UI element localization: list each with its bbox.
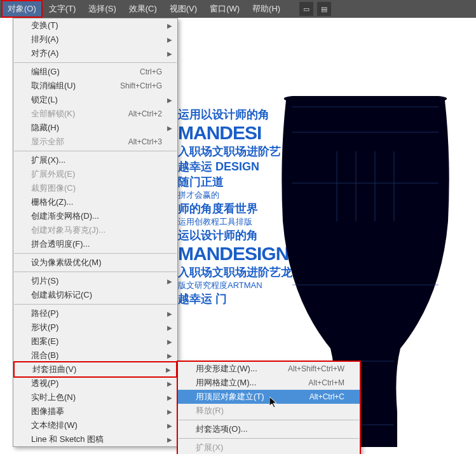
menu-item-label: 文本绕排(W) [31,420,162,431]
menu-item[interactable]: 取消编组(U)Shift+Ctrl+G [13,79,177,93]
object-menu: 变换(T)▶排列(A)▶对齐(A)▶编组(G)Ctrl+G取消编组(U)Shif… [13,18,178,447]
menu-item[interactable]: 路径(P)▶ [13,306,177,320]
menu-item[interactable]: 拼合透明度(F)... [13,237,177,251]
menu-item: 全部解锁(K)Alt+Ctrl+2 [13,107,177,121]
menu-item[interactable]: 创建裁切标记(C) [13,288,177,302]
menu-item-label: 图案(E) [31,336,162,347]
menu-item-label: 实时上色(N) [31,392,162,403]
menu-item[interactable]: 编组(G)Ctrl+G [13,65,177,79]
menu-item[interactable]: 锁定(L)▶ [13,93,177,107]
menu-item-label: 透视(P) [31,378,162,389]
menu-item[interactable]: 排列(A)▶ [13,32,177,46]
menu-item-label: 形状(P) [31,322,162,333]
menu-item-label: 隐藏(H) [31,122,162,134]
menu-object[interactable]: 对象(O) [1,0,43,18]
menu-item[interactable]: 透视(P)▶ [13,376,177,390]
menu-item-label: 显示全部 [31,136,128,148]
submenu-item: 释放(R) [178,404,360,418]
menubar: 对象(O) 文字(T) 选择(S) 效果(C) 视图(V) 窗口(W) 帮助(H… [0,0,476,18]
menu-help[interactable]: 帮助(H) [246,0,287,18]
menu-item-label: 设为像素级优化(M) [31,257,162,268]
submenu-item[interactable]: 封套选项(O)... [178,422,360,436]
chevron-right-icon: ▶ [167,408,172,415]
submenu-item[interactable]: 用顶层对象建立(T)Alt+Ctrl+C [178,390,360,404]
menu-item: 扩展外观(E) [13,167,177,181]
menu-item-label: 封套扭曲(V) [32,364,161,375]
chevron-right-icon: ▶ [167,394,172,401]
menu-item-label: 对齐(A) [31,48,162,59]
menu-item-label: 封套选项(O)... [196,423,344,435]
menu-item-label: 创建渐变网格(D)... [31,210,162,222]
chevron-right-icon: ▶ [167,97,172,104]
menu-item-label: 创建裁切标记(C) [31,289,162,301]
menu-shortcut: Alt+Ctrl+2 [128,109,162,118]
menu-item-label: 用网格建立(M)... [196,377,308,389]
menu-shortcut: Alt+Ctrl+M [308,378,344,387]
menu-item-label: 拼合透明度(F)... [31,238,162,250]
menu-item[interactable]: 混合(B)▶ [13,348,177,362]
menu-shortcut: Ctrl+G [140,67,162,76]
menu-item[interactable]: 切片(S)▶ [13,274,177,288]
chevron-right-icon: ▶ [167,50,172,57]
menu-select[interactable]: 选择(S) [82,0,122,18]
menu-item-label: 混合(B) [31,350,162,361]
chevron-right-icon: ▶ [166,366,171,373]
menu-view[interactable]: 视图(V) [163,0,203,18]
menu-item-label: 裁剪图像(C) [31,182,162,194]
chevron-right-icon: ▶ [167,352,172,359]
menu-item-label: 栅格化(Z)... [31,196,162,208]
menu-item[interactable]: 变换(T)▶ [13,18,177,32]
menu-item-label: 编组(G) [31,66,140,78]
menu-item-label: 创建对象马赛克(J)... [31,224,162,236]
menu-type[interactable]: 文字(T) [43,0,83,18]
menu-item-label: 用变形建立(W)... [196,363,288,375]
menu-item[interactable]: 形状(P)▶ [13,320,177,334]
menu-item-label: Line 和 Sketch 图稿 [31,434,162,445]
menu-item: 创建对象马赛克(J)... [13,223,177,237]
menu-item-label: 扩展(X) [196,442,344,453]
menu-effect[interactable]: 效果(C) [123,0,163,18]
menu-window[interactable]: 窗口(W) [203,0,246,18]
menu-shortcut: Alt+Shift+Ctrl+W [288,364,344,373]
menu-shortcut: Alt+Ctrl+C [309,392,344,401]
chevron-right-icon: ▶ [167,436,172,443]
menu-shortcut: Alt+Ctrl+3 [128,137,162,146]
menu-item-label: 排列(A) [31,34,162,45]
menu-item: 显示全部Alt+Ctrl+3 [13,135,177,149]
menu-item[interactable]: 创建渐变网格(D)... [13,209,177,223]
menu-item[interactable]: 扩展(X)... [13,153,177,167]
menu-item-label: 路径(P) [31,308,162,319]
chevron-right-icon: ▶ [167,324,172,331]
menu-item[interactable]: Line 和 Sketch 图稿▶ [13,432,177,446]
tool-icon[interactable]: ▤ [317,2,331,16]
envelope-distort-submenu: 用变形建立(W)...Alt+Shift+Ctrl+W用网格建立(M)...Al… [177,361,361,454]
chevron-right-icon: ▶ [167,310,172,317]
menu-item-label: 释放(R) [196,405,344,416]
menu-item[interactable]: 图案(E)▶ [13,334,177,348]
menu-item[interactable]: 实时上色(N)▶ [13,390,177,404]
chevron-right-icon: ▶ [167,278,172,285]
tool-icon[interactable]: ▭ [299,2,313,16]
chevron-right-icon: ▶ [167,422,172,429]
submenu-item[interactable]: 用网格建立(M)...Alt+Ctrl+M [178,376,360,390]
menu-item[interactable]: 对齐(A)▶ [13,46,177,60]
menu-item[interactable]: 隐藏(H)▶ [13,121,177,135]
menu-item-label: 变换(T) [31,20,162,31]
menu-item[interactable]: 图像描摹▶ [13,404,177,418]
chevron-right-icon: ▶ [167,338,172,345]
chevron-right-icon: ▶ [167,36,172,43]
chevron-right-icon: ▶ [167,125,172,132]
menu-item-label: 图像描摹 [31,406,162,417]
menu-item-label: 取消编组(U) [31,80,120,92]
toolbar-buttons: ▭ ▤ [299,2,331,16]
menu-item[interactable]: 封套扭曲(V)▶ [15,362,176,376]
menu-item[interactable]: 文本绕排(W)▶ [13,418,177,432]
menu-shortcut: Shift+Ctrl+G [120,81,162,90]
menu-item[interactable]: 设为像素级优化(M) [13,256,177,270]
chevron-right-icon: ▶ [167,380,172,387]
menu-item[interactable]: 栅格化(Z)... [13,195,177,209]
submenu-item: 扩展(X) [178,441,360,454]
menu-item: 裁剪图像(C) [13,181,177,195]
chevron-right-icon: ▶ [167,22,172,29]
submenu-item[interactable]: 用变形建立(W)...Alt+Shift+Ctrl+W [178,362,360,376]
